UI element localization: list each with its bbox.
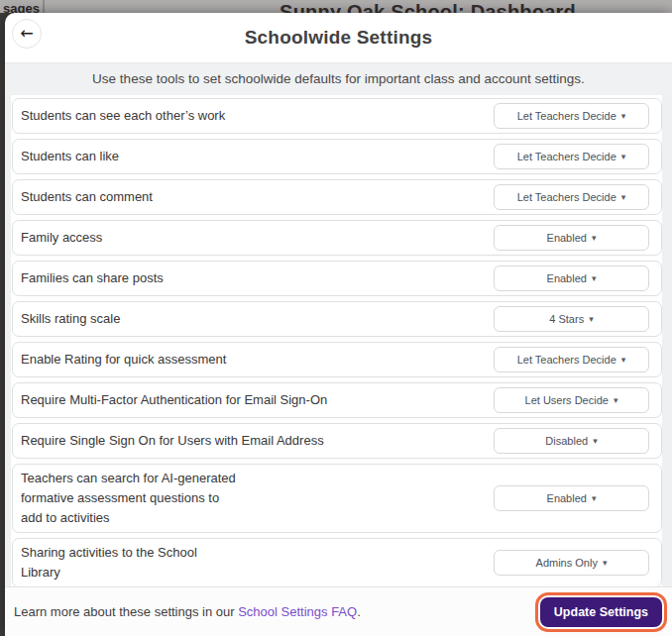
sidebar-divider bbox=[43, 0, 45, 13]
footer-text-after: . bbox=[357, 604, 361, 619]
setting-row: Families can share posts Enabled ▾ bbox=[12, 261, 662, 296]
setting-dropdown-value: Let Teachers Decide bbox=[517, 151, 616, 162]
setting-dropdown[interactable]: Let Teachers Decide ▾ bbox=[494, 347, 649, 372]
setting-dropdown[interactable]: Let Teachers Decide ▾ bbox=[494, 184, 649, 210]
schoolwide-settings-modal: ← Schoolwide Settings Use these tools to… bbox=[5, 13, 672, 636]
dimmed-page-header: sages Sunny Oak School: Dashboard bbox=[0, 0, 672, 13]
setting-label: Enable Rating for quick assessment bbox=[21, 350, 226, 370]
modal-header: ← Schoolwide Settings bbox=[5, 13, 672, 62]
caret-down-icon: ▾ bbox=[621, 112, 626, 121]
footer-text: Learn more about these settings in our S… bbox=[14, 604, 361, 619]
setting-row: Sharing activities to the School Library… bbox=[12, 538, 662, 586]
setting-dropdown-value: Enabled bbox=[547, 232, 587, 244]
setting-label: Students can comment bbox=[21, 187, 153, 207]
update-settings-button[interactable]: Update Settings bbox=[540, 597, 662, 627]
setting-dropdown[interactable]: Let Users Decide ▾ bbox=[494, 387, 649, 413]
caret-down-icon: ▾ bbox=[592, 234, 597, 243]
setting-label: Require Single Sign On for Users with Em… bbox=[21, 431, 324, 451]
setting-row: Teachers can search for AI-generated for… bbox=[12, 464, 662, 533]
caret-down-icon: ▾ bbox=[592, 274, 597, 283]
caret-down-icon: ▾ bbox=[603, 559, 608, 568]
setting-label: Skills rating scale bbox=[21, 309, 120, 329]
setting-dropdown-value: Let Users Decide bbox=[525, 394, 609, 406]
setting-dropdown-value: Let Teachers Decide bbox=[517, 110, 616, 122]
setting-dropdown[interactable]: Let Teachers Decide ▾ bbox=[494, 144, 649, 169]
setting-label: Require Multi-Factor Authentication for … bbox=[21, 390, 327, 410]
setting-label: Sharing activities to the School Library bbox=[21, 543, 197, 583]
caret-down-icon: ▾ bbox=[621, 356, 626, 365]
modal-footer: Learn more about these settings in our S… bbox=[5, 586, 672, 636]
setting-label: Families can share posts bbox=[21, 268, 164, 288]
caret-down-icon: ▾ bbox=[593, 437, 598, 446]
setting-dropdown[interactable]: Enabled ▾ bbox=[494, 225, 649, 251]
setting-label: Family access bbox=[21, 228, 102, 248]
scrollbar-gutter-left bbox=[5, 95, 11, 586]
modal-title: Schoolwide Settings bbox=[5, 13, 672, 62]
modal-subtitle: Use these tools to set schoolwide defaul… bbox=[5, 62, 672, 95]
setting-row: Enable Rating for quick assessment Let T… bbox=[12, 342, 662, 377]
setting-row: Students can like Let Teachers Decide ▾ bbox=[12, 139, 662, 174]
footer-text-before: Learn more about these settings in our bbox=[14, 604, 238, 619]
setting-row: Skills rating scale 4 Stars ▾ bbox=[12, 301, 662, 337]
setting-dropdown[interactable]: 4 Stars ▾ bbox=[494, 306, 649, 332]
caret-down-icon: ▾ bbox=[592, 494, 597, 503]
setting-dropdown-value: Admins Only bbox=[536, 557, 598, 569]
caret-down-icon: ▾ bbox=[621, 153, 626, 161]
back-arrow-icon: ← bbox=[20, 26, 33, 42]
setting-dropdown-value: Let Teachers Decide bbox=[517, 354, 616, 366]
sidebar-item-messages-fragment: sages bbox=[3, 1, 40, 13]
settings-list: Students can see each other’s work Let T… bbox=[12, 98, 662, 586]
setting-dropdown[interactable]: Disabled ▾ bbox=[494, 428, 649, 454]
setting-dropdown-value: 4 Stars bbox=[549, 313, 584, 325]
setting-row: Require Single Sign On for Users with Em… bbox=[12, 423, 662, 459]
setting-dropdown[interactable]: Enabled ▾ bbox=[494, 485, 649, 511]
setting-row: Family access Enabled ▾ bbox=[12, 220, 662, 256]
setting-dropdown[interactable]: Admins Only ▾ bbox=[494, 550, 649, 576]
page-title: Sunny Oak School: Dashboard bbox=[183, 1, 672, 13]
setting-dropdown[interactable]: Enabled ▾ bbox=[494, 265, 649, 291]
setting-row: Students can see each other’s work Let T… bbox=[12, 98, 662, 134]
setting-row: Students can comment Let Teachers Decide… bbox=[12, 179, 662, 215]
setting-label: Teachers can search for AI-generated for… bbox=[21, 469, 236, 528]
setting-label: Students can see each other’s work bbox=[21, 106, 225, 126]
back-button[interactable]: ← bbox=[12, 19, 42, 49]
setting-label: Students can like bbox=[21, 147, 119, 166]
setting-dropdown-value: Let Teachers Decide bbox=[517, 191, 616, 203]
school-settings-faq-link[interactable]: School Settings FAQ bbox=[238, 604, 357, 619]
setting-dropdown-value: Enabled bbox=[547, 492, 587, 504]
setting-dropdown-value: Enabled bbox=[547, 272, 587, 284]
caret-down-icon: ▾ bbox=[589, 315, 594, 324]
setting-row: Require Multi-Factor Authentication for … bbox=[12, 382, 662, 418]
modal-body: Students can see each other’s work Let T… bbox=[5, 95, 672, 586]
scrollbar-track[interactable] bbox=[662, 95, 672, 586]
caret-down-icon: ▾ bbox=[614, 396, 618, 405]
caret-down-icon: ▾ bbox=[621, 193, 626, 202]
setting-dropdown[interactable]: Let Teachers Decide ▾ bbox=[494, 103, 649, 129]
setting-dropdown-value: Disabled bbox=[545, 435, 588, 447]
